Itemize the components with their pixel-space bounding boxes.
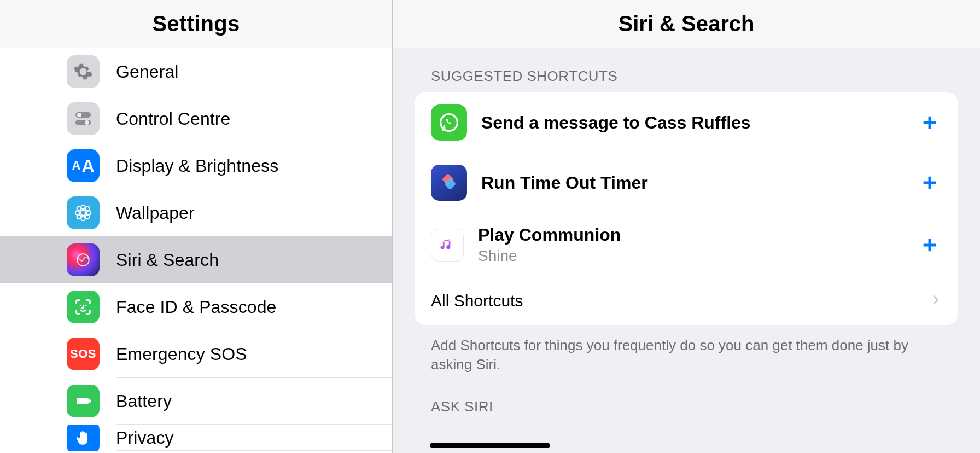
- detail-header: Siri & Search: [393, 0, 980, 48]
- svg-point-10: [85, 207, 90, 211]
- face-id-icon: [67, 291, 100, 323]
- sidebar-item-control-centre[interactable]: Control Centre: [67, 95, 392, 142]
- suggested-shortcuts-card: Send a message to Cass Ruffles Run Time …: [415, 92, 958, 325]
- shortcut-row-time-out-timer[interactable]: Run Time Out Timer: [415, 153, 958, 213]
- svg-point-6: [81, 217, 85, 221]
- shortcut-title: Send a message to Cass Ruffles: [481, 113, 918, 133]
- toggles-icon: [67, 102, 100, 135]
- sidebar-item-label: General: [116, 62, 179, 82]
- all-shortcuts-label: All Shortcuts: [431, 292, 930, 310]
- sidebar-item-label: Control Centre: [116, 109, 231, 129]
- svg-point-8: [87, 211, 91, 215]
- hand-icon: [67, 425, 100, 451]
- add-shortcut-button[interactable]: [918, 111, 942, 135]
- svg-point-5: [81, 205, 85, 210]
- sidebar-item-label: Battery: [116, 391, 172, 411]
- sidebar-item-label: Siri & Search: [116, 250, 219, 270]
- gear-icon: [67, 55, 100, 88]
- svg-point-15: [85, 305, 86, 306]
- svg-rect-16: [77, 398, 89, 404]
- sidebar-header: Settings: [0, 0, 392, 48]
- flower-icon: [67, 196, 100, 229]
- sidebar-item-label: Privacy: [116, 428, 174, 448]
- sidebar-item-siri-search[interactable]: Siri & Search: [0, 236, 392, 283]
- chevron-right-icon: [930, 294, 942, 308]
- sidebar-item-label: Face ID & Passcode: [116, 297, 277, 317]
- whatsapp-icon: [431, 104, 467, 141]
- sidebar-item-general[interactable]: General: [67, 48, 392, 95]
- section-header-ask-siri: ASK SIRI: [431, 398, 958, 415]
- sidebar-item-face-id-passcode[interactable]: Face ID & Passcode: [67, 283, 392, 330]
- sidebar-list[interactable]: General Control Centre AA Display & Brig…: [0, 48, 392, 453]
- svg-rect-17: [89, 399, 91, 403]
- add-shortcut-button[interactable]: [918, 171, 942, 195]
- sos-icon: SOS: [67, 338, 100, 370]
- svg-point-14: [80, 305, 81, 306]
- add-shortcut-button[interactable]: [918, 233, 942, 257]
- shortcut-title: Run Time Out Timer: [481, 173, 918, 193]
- sidebar-item-label: Emergency SOS: [116, 344, 247, 364]
- shortcut-subtitle: Shine: [478, 247, 918, 265]
- apple-music-icon: [431, 229, 464, 262]
- sidebar-item-battery[interactable]: Battery: [67, 378, 392, 425]
- svg-point-3: [85, 120, 89, 125]
- sidebar-item-emergency-sos[interactable]: SOS Emergency SOS: [67, 330, 392, 378]
- svg-point-9: [77, 207, 81, 211]
- shortcut-title: Play Communion: [478, 225, 918, 245]
- shortcut-row-play-communion[interactable]: Play Communion Shine: [415, 213, 958, 277]
- sidebar-item-privacy[interactable]: Privacy: [67, 425, 392, 451]
- sidebar-item-display-brightness[interactable]: AA Display & Brightness: [67, 142, 392, 189]
- section-header-suggested-shortcuts: SUGGESTED SHORTCUTS: [431, 68, 958, 85]
- detail-title: Siri & Search: [618, 11, 754, 36]
- svg-point-7: [75, 211, 80, 215]
- detail-body[interactable]: SUGGESTED SHORTCUTS Send a message to Ca…: [393, 48, 980, 453]
- svg-point-1: [77, 113, 81, 117]
- settings-sidebar: Settings General Control Centre AA Displ…: [0, 0, 393, 453]
- siri-icon: [67, 243, 100, 276]
- detail-pane: Siri & Search SUGGESTED SHORTCUTS Send a…: [393, 0, 980, 453]
- sidebar-item-label: Wallpaper: [116, 203, 195, 223]
- shortcut-row-send-message[interactable]: Send a message to Cass Ruffles: [415, 92, 958, 153]
- section-footer-text: Add Shortcuts for things you frequently …: [431, 336, 942, 374]
- svg-point-4: [80, 210, 86, 216]
- all-shortcuts-row[interactable]: All Shortcuts: [415, 277, 958, 325]
- text-size-icon: AA: [67, 149, 100, 182]
- home-indicator[interactable]: [430, 443, 550, 448]
- svg-point-11: [77, 215, 81, 219]
- battery-icon: [67, 385, 100, 417]
- sidebar-item-wallpaper[interactable]: Wallpaper: [67, 189, 392, 236]
- shortcuts-icon: [431, 165, 467, 201]
- sidebar-title: Settings: [152, 11, 240, 36]
- sidebar-item-label: Display & Brightness: [116, 156, 278, 176]
- svg-point-12: [85, 215, 90, 219]
